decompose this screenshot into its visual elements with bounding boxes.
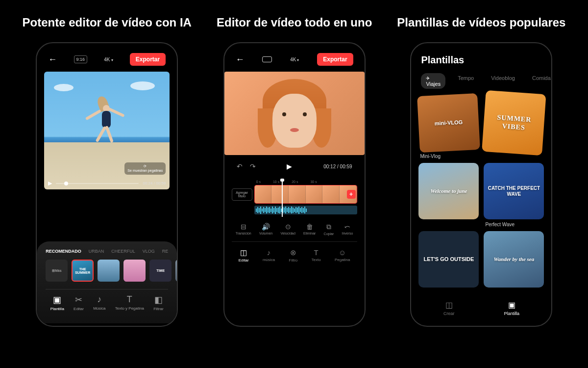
- template-card-wander[interactable]: Wander by the sea: [484, 231, 544, 288]
- action-transition[interactable]: ⊟Transición: [236, 223, 251, 236]
- card-label-minivlog: Mini-Vlog: [418, 154, 479, 159]
- undo-icon[interactable]: ↶: [237, 162, 243, 170]
- export-button[interactable]: Exportar: [130, 53, 166, 66]
- nav-filter[interactable]: ⊗Filtro: [289, 248, 298, 263]
- copy-icon: ⧉: [326, 223, 331, 231]
- tab-relaxed[interactable]: RELAXED: [162, 249, 168, 254]
- template-thumb-time[interactable]: TIME: [149, 260, 172, 282]
- filter-icon: ◧: [154, 294, 163, 305]
- bottom-nav-template[interactable]: ▣Plantilla: [504, 300, 519, 316]
- play-icon[interactable]: ▶: [287, 162, 292, 170]
- category-tempo[interactable]: Tempo: [453, 73, 479, 89]
- panel-title-3: Plantillas de vídeos populares: [397, 15, 565, 30]
- back-icon[interactable]: ←: [236, 54, 245, 65]
- template-thumb-3[interactable]: [123, 260, 146, 282]
- tool-edit[interactable]: ✂Editar: [74, 294, 84, 311]
- scissors-icon: ✂: [75, 294, 82, 305]
- tool-music[interactable]: ♪Música: [93, 294, 105, 311]
- category-travel[interactable]: Viajes: [421, 73, 445, 89]
- phone-1: ← 9:16 4K Exportar ⟳Se muestran pegatina…: [36, 42, 178, 327]
- tool-text[interactable]: TTexto y Pegatina: [115, 294, 144, 311]
- template-thumb-2[interactable]: [98, 260, 120, 282]
- bottom-nav-create[interactable]: ◫Crear: [443, 300, 455, 316]
- nav-text[interactable]: TTexto: [312, 248, 321, 263]
- edit-icon: ◫: [240, 248, 247, 257]
- volume-icon: 🔊: [262, 223, 270, 231]
- phone-2: ← 4K Exportar ↶ ↷ ▶ 00:12 / 00:59: [223, 42, 366, 327]
- timeline[interactable]: 0 s 10 s 20 s 30 s Agregar título +: [232, 178, 357, 217]
- sticker-toggle[interactable]: ⟳Se muestran pegatinas: [124, 162, 166, 175]
- template-card-minivlog[interactable]: mini-VLOG: [417, 93, 480, 153]
- speed-icon: ⊙: [285, 223, 291, 231]
- template-card-wave[interactable]: CATCH THE PERFECT WAVE: [484, 163, 544, 219]
- video-preview[interactable]: [224, 72, 365, 155]
- trash-icon: 🗑: [306, 223, 313, 231]
- category-food[interactable]: Comida: [527, 73, 552, 89]
- template-thumb-5[interactable]: [175, 260, 178, 282]
- video-preview[interactable]: ⟳Se muestran pegatinas ▶ 00:24 / 00:59: [44, 72, 170, 189]
- create-icon: ◫: [445, 300, 453, 310]
- resolution-selector[interactable]: 4K: [104, 57, 113, 62]
- redo-icon[interactable]: ↷: [250, 162, 256, 170]
- text-icon: T: [314, 248, 318, 257]
- video-track[interactable]: +: [254, 185, 357, 204]
- template-drawer: RECOMENDADO URBAN CHEERFUL VLOG RELAXED …: [37, 241, 177, 323]
- filter-icon: ⊗: [290, 248, 296, 257]
- action-reverse[interactable]: ⤺Inverso: [342, 223, 353, 236]
- action-delete[interactable]: 🗑Eliminar: [303, 223, 316, 236]
- audio-track[interactable]: [254, 206, 357, 214]
- nav-edit[interactable]: ◫Editar: [239, 248, 249, 263]
- card-label-wave: Perfect Wave: [484, 222, 544, 227]
- template-tabs: RECOMENDADO URBAN CHEERFUL VLOG RELAXED: [46, 249, 168, 254]
- nav-sticker[interactable]: ☺Pegatina: [335, 248, 350, 263]
- seek-bar[interactable]: [56, 183, 139, 184]
- panel-title-2: Editor de vídeo todo en uno: [217, 15, 372, 30]
- template-card-welcome[interactable]: Welcome to june: [418, 163, 479, 219]
- category-vlog[interactable]: Videoblog: [486, 73, 520, 89]
- more-templates-button[interactable]: ⊞Más: [46, 260, 68, 282]
- time-display: 00:24 / 00:59: [143, 181, 166, 185]
- playhead[interactable]: [282, 180, 283, 217]
- template-icon: ▣: [508, 300, 515, 310]
- panel-title-1: Potente editor de vídeo con IA: [23, 15, 192, 30]
- tab-cheerful[interactable]: CHEERFUL: [111, 249, 135, 254]
- aspect-icon[interactable]: [262, 56, 272, 62]
- tab-urban[interactable]: URBAN: [89, 249, 104, 254]
- play-icon[interactable]: ▶: [48, 180, 52, 186]
- sticker-icon: ☺: [339, 248, 346, 257]
- transition-icon: ⊟: [241, 223, 246, 231]
- templates-header: Plantillas: [418, 51, 544, 73]
- music-icon: ♪: [267, 248, 271, 257]
- text-icon: T: [127, 294, 132, 305]
- tab-vlog[interactable]: VLOG: [143, 249, 155, 254]
- back-icon[interactable]: ←: [48, 54, 57, 65]
- action-speed[interactable]: ⊙Velocidad: [280, 223, 295, 236]
- template-icon: ▣: [53, 294, 61, 305]
- aspect-ratio-badge[interactable]: 9:16: [74, 55, 88, 63]
- template-thumb-summer[interactable]: THE SUMMER: [72, 260, 94, 282]
- reverse-icon: ⤺: [344, 223, 350, 231]
- export-button[interactable]: Exportar: [317, 53, 353, 66]
- time-display: 00:12 / 00:59: [323, 164, 352, 169]
- panel-templates: Plantillas de vídeos populares Plantilla…: [397, 15, 565, 327]
- phone-3: Plantillas Viajes Tempo Videoblog Comida…: [410, 42, 552, 327]
- add-title-button[interactable]: Agregar título: [232, 188, 252, 201]
- action-copy[interactable]: ⧉Copiar: [324, 223, 334, 236]
- add-clip-button[interactable]: +: [347, 190, 356, 199]
- panel-ai-editor: Potente editor de vídeo con IA ← 9:16 4K…: [23, 15, 192, 327]
- template-card-summer[interactable]: SUMMER VIBES: [482, 90, 546, 156]
- panel-all-in-one: Editor de vídeo todo en uno ← 4K Exporta…: [217, 15, 372, 327]
- tool-filter[interactable]: ◧Filtrar: [153, 294, 163, 311]
- action-volume[interactable]: 🔊Volumen: [259, 223, 272, 236]
- tool-template[interactable]: ▣Plantilla: [50, 294, 64, 311]
- music-icon: ♪: [97, 294, 101, 305]
- resolution-selector[interactable]: 4K: [290, 57, 299, 62]
- template-card-outside[interactable]: LET'S GO OUTSIDE: [418, 231, 479, 288]
- tab-recommended[interactable]: RECOMENDADO: [46, 249, 81, 254]
- nav-music[interactable]: ♪música: [263, 248, 275, 263]
